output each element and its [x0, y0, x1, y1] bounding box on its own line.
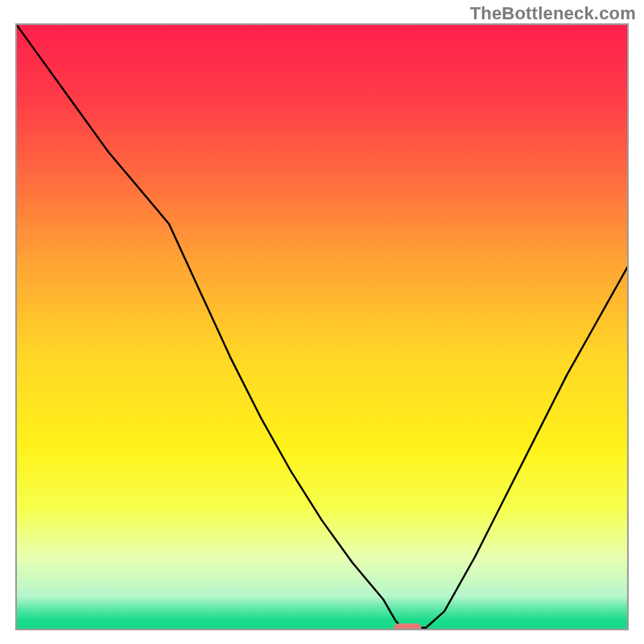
bottleneck-chart: TheBottleneck.com [0, 0, 644, 644]
watermark-text: TheBottleneck.com [470, 3, 636, 24]
gradient-background [16, 24, 628, 630]
sweet-spot-marker [394, 623, 421, 632]
chart-svg [0, 0, 644, 644]
